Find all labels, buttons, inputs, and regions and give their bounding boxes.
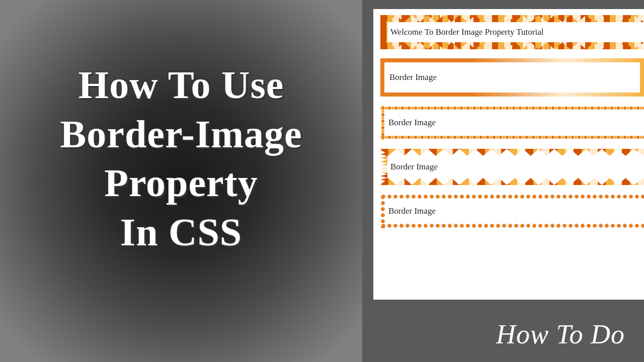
title-line-4: In CSS [20, 208, 342, 257]
border-left-decoration [380, 194, 385, 228]
demo-box-3: Border Image [380, 106, 644, 140]
demo-box-4: Border Image [380, 149, 644, 185]
title-line-3: Property [20, 158, 342, 208]
demo-panel: Welcome To Border Image Property Tutoria… [373, 9, 644, 300]
demo-box-2: Border Image [380, 58, 644, 97]
border-left-decoration [380, 149, 387, 185]
demo-box-text: Border Image [389, 72, 437, 82]
title-line-1: How To Use [20, 60, 342, 110]
demo-box-text: Border Image [390, 162, 438, 171]
border-left-decoration [380, 106, 385, 140]
main-title: How To Use Border-Image Property In CSS [20, 60, 342, 256]
demo-box-text: Welcome To Border Image Property Tutoria… [390, 27, 544, 37]
watermark-text: How To Do [496, 319, 625, 350]
demo-box-5: Border Image [380, 194, 644, 228]
demo-box-text: Border Image [388, 118, 436, 127]
demo-box-1: Welcome To Border Image Property Tutoria… [380, 15, 644, 49]
title-line-2: Border-Image [20, 110, 342, 159]
demo-box-text: Border Image [388, 206, 436, 216]
